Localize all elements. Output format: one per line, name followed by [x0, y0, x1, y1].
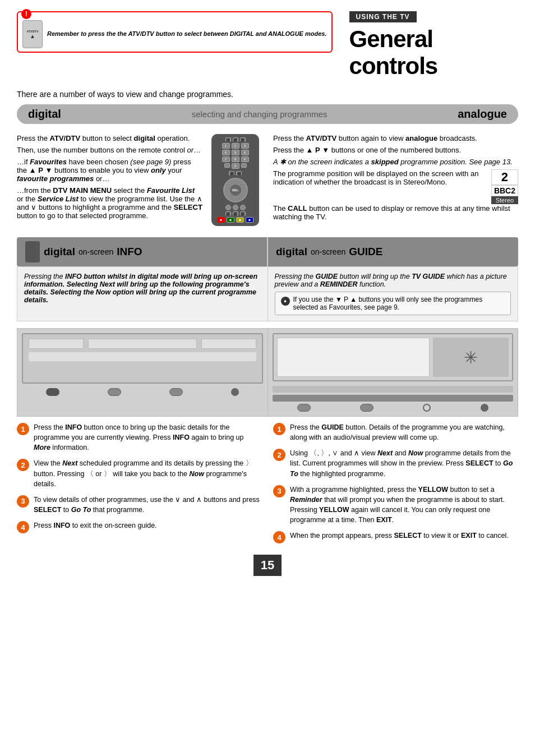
info-instr-text-2: View the Next scheduled programme and it…: [34, 458, 262, 488]
analogue-p4: The programme position will be displayed…: [273, 169, 518, 186]
main-columns: Press the ATV/DTV button to select digit…: [17, 134, 518, 226]
r-btn: ⬛: [233, 137, 238, 142]
guide-instr-4: 4 When the prompt appears, press SELECT …: [273, 531, 518, 543]
r-btn: 4: [222, 150, 230, 155]
info-instructions: 1 Press the INFO button once to bring up…: [17, 422, 262, 549]
r-btn: ■: [246, 217, 253, 223]
digital-p4: …from the DTV MAIN MENU select the Favou…: [17, 186, 202, 220]
info-header-left: digital on-screen INFO: [25, 241, 142, 263]
r-btn: 2: [232, 143, 239, 149]
guide-bar-1: [273, 386, 514, 393]
guide-instr-text-1: Press the GUIDE button. Details of the p…: [290, 422, 518, 442]
screen-row-btns: [29, 339, 256, 349]
ig-headers: digital on-screen INFO digital on-screen…: [17, 237, 518, 266]
guide-thumb: ✳: [433, 338, 509, 377]
exclamation-icon: !: [21, 9, 31, 19]
info-screen-display: [22, 333, 263, 384]
atv-remote-icon: ATV/DTV ▲: [22, 20, 43, 48]
instr-num-3: 3: [17, 495, 29, 508]
remote-svg: ⬛ ⬛ ⬛ 1 2 3 4 5 6: [211, 134, 259, 226]
r-nav-inner: SEL: [230, 185, 241, 196]
guide-instr-text-2: Using 〈, 〉, ∨ and ∧ view Next and Now pr…: [290, 448, 518, 478]
r-btn: 0: [232, 163, 239, 169]
info-on-screen: on-screen: [79, 247, 113, 256]
analogue-channel-block: 2 BBC2 Stereo The programme position wil…: [273, 169, 518, 186]
intro-text: There are a number of ways to view and c…: [17, 90, 518, 99]
digital-p3: …if Favourites have been chosen (see pag…: [17, 158, 202, 183]
guide-instr-text-4: When the prompt appears, press SELECT to…: [290, 531, 509, 541]
r-btn: ⬛: [229, 171, 234, 176]
red-btn: [46, 388, 59, 396]
screen-mockups: ✳: [17, 328, 518, 417]
analogue-label: analogue: [458, 108, 507, 121]
info-body-text: Pressing the INFO button whilst in digit…: [24, 273, 261, 304]
r-btn: 5: [232, 150, 239, 155]
guide-label: GUIDE: [349, 246, 382, 258]
r-btn: 7: [222, 156, 230, 162]
guide-instr-num-4: 4: [273, 531, 285, 543]
info-digital: digital: [44, 246, 75, 258]
header: ! ATV/DTV ▲ Remember to press the the AT…: [17, 11, 518, 80]
guide-instr-3: 3 With a programme highlighted, press th…: [273, 485, 518, 525]
guide-preview: [277, 338, 430, 377]
atv-reminder-text: Remember to press the the ATV/DTV button…: [47, 30, 327, 38]
r-btn: [241, 163, 247, 168]
r-btn: ⬛: [225, 137, 231, 142]
digital-text: Press the ATV/DTV button to select digit…: [17, 134, 202, 226]
guide-dark-bar: [273, 395, 514, 402]
r-btn: 6: [241, 150, 249, 155]
guide-instr-1: 1 Press the GUIDE button. Details of the…: [273, 422, 518, 442]
r-btn: ⬛: [236, 171, 242, 176]
instr-num-1: 1: [17, 423, 29, 435]
r-btn: 1: [222, 143, 230, 149]
guide-note-text: If you use the ▼ P ▲ buttons you will on…: [293, 296, 505, 311]
note-bullet-icon: ●: [281, 297, 290, 306]
header-right: USING THE TV General controls: [333, 11, 518, 80]
guide-instr-num-3: 3: [273, 485, 285, 497]
page-container: ! ATV/DTV ▲ Remember to press the the AT…: [0, 0, 535, 593]
info-label: INFO: [117, 246, 142, 258]
guide-screen: ✳: [268, 328, 519, 417]
screen-btn: [88, 339, 197, 349]
screen-btn: [29, 339, 84, 349]
remote-area: Press the ATV/DTV button to select digit…: [17, 134, 262, 226]
r-btn: 3: [241, 143, 249, 149]
r-btn: 8: [232, 156, 239, 162]
da-bar: digital selecting and changing programme…: [17, 104, 518, 124]
channel-mode: Stereo: [491, 196, 518, 204]
digital-label: digital: [28, 108, 61, 121]
analogue-p3: A ✱ on the screen indicates a skipped pr…: [273, 158, 518, 166]
guide-digital: digital: [276, 246, 307, 258]
channel-name: BBC2: [491, 185, 518, 196]
guide-instr-num-1: 1: [273, 423, 285, 435]
r-btn: ■: [227, 217, 234, 223]
analogue-p1: Press the ATV/DTV button again to view a…: [273, 134, 518, 142]
guide-instr-text-3: With a programme highlighted, press the …: [290, 485, 518, 525]
analogue-column: Press the ATV/DTV button again to view a…: [273, 134, 518, 226]
page-number-area: 15: [17, 555, 518, 576]
analogue-p5: The CALL button can be used to display o…: [273, 204, 518, 221]
instructions-section: 1 Press the INFO button once to bring up…: [17, 422, 518, 549]
channel-display: 2 BBC2 Stereo: [491, 169, 518, 204]
info-instr-text-3: To view details of other programmes, use…: [34, 495, 262, 515]
channel-number: 2: [491, 169, 518, 185]
info-remote-icon: [25, 241, 40, 263]
digital-column: Press the ATV/DTV button to select digit…: [17, 134, 262, 226]
info-instr-2: 2 View the Next scheduled programme and …: [17, 458, 262, 488]
info-body: Pressing the INFO button whilst in digit…: [17, 266, 268, 321]
da-middle-text: selecting and changing programmes: [192, 109, 328, 119]
r-btn: ■: [217, 217, 225, 223]
screen-btn: [201, 339, 256, 349]
guide-instr-2: 2 Using 〈, 〉, ∨ and ∧ view Next and Now …: [273, 448, 518, 478]
section-label: USING THE TV: [349, 11, 417, 22]
info-instr-4: 4 Press INFO to exit the on-screen guide…: [17, 520, 262, 533]
r-btn: ⬛: [240, 137, 246, 142]
r-btn: ⬛: [233, 211, 238, 216]
ig-body: Pressing the INFO button whilst in digit…: [17, 266, 518, 321]
screen-info-bar: [29, 352, 256, 361]
r-btn: ■: [236, 217, 244, 223]
instr-num-4: 4: [17, 521, 29, 533]
guide-btn-2: [360, 404, 373, 412]
r-btn: [233, 205, 238, 210]
digital-p2: Then, use the number buttons on the remo…: [17, 146, 202, 154]
